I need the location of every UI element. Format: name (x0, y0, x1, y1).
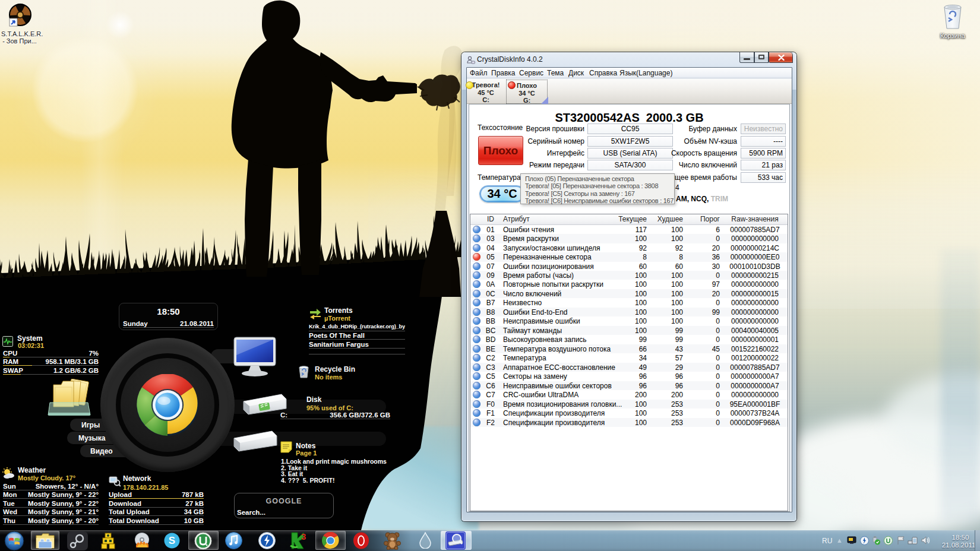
svg-text:S: S (169, 535, 175, 546)
svg-text:3: 3 (301, 531, 306, 542)
